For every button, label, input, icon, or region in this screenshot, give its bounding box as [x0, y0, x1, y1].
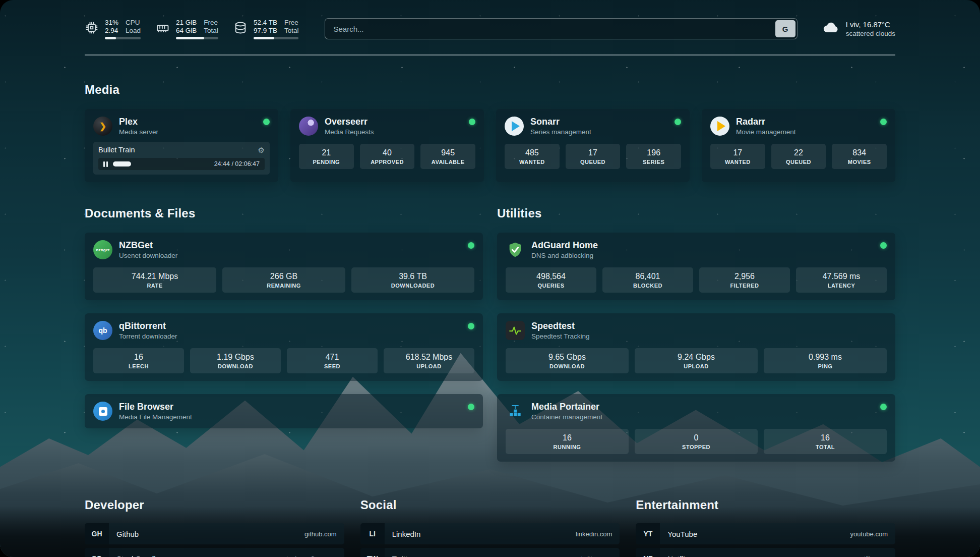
speedtest-card: Speedtest Speedtest Tracking 9.65 Gbps D… — [497, 313, 895, 381]
status-dot — [880, 242, 887, 249]
radarr-link[interactable]: Radarr Movie management — [710, 117, 887, 136]
cloud-icon — [822, 19, 840, 39]
service-name: Radarr — [736, 117, 796, 127]
social-section-title: Social — [360, 498, 620, 512]
search-input[interactable] — [325, 18, 797, 39]
disk-total-value: 97.9 TB — [254, 27, 277, 34]
stat-queries: 498,564 QUERIES — [506, 267, 596, 293]
sonarr-card: Sonarr Series management 485 WANTED 17 Q… — [496, 109, 690, 182]
plex-icon: ❯ — [93, 117, 112, 136]
bookmark-linkedin[interactable]: LI LinkedIn linkedin.com — [360, 523, 620, 544]
bookmark-name: Github — [116, 530, 139, 538]
stat-wanted: 17 WANTED — [710, 144, 765, 169]
qbittorrent-link[interactable]: qb qBittorrent Torrent downloader — [93, 321, 474, 340]
settings-icon[interactable]: ⚙ — [258, 146, 265, 154]
overseerr-link[interactable]: Overseerr Media Requests — [299, 117, 475, 136]
bookmark-abbr: SO — [85, 548, 109, 557]
section-developer: Developer GH Github github.com SO StackO… — [85, 498, 344, 557]
portainer-card: Media Portainer Container management 16 … — [497, 394, 895, 462]
memory-widget: 21 GiB Free 64 GiB Total — [156, 19, 218, 39]
nzbget-link[interactable]: nzbget NZBGet Usenet downloader — [93, 240, 474, 259]
status-dot — [880, 119, 887, 125]
stat-upload: 9.24 Gbps UPLOAD — [635, 348, 758, 373]
nzbget-icon: nzbget — [93, 240, 112, 259]
dashboard-content: 31% CPU 2.94 Load 21 GiB — [0, 0, 980, 557]
sonarr-icon — [505, 117, 524, 136]
weather-location-temp: Lviv, 16.87°C — [846, 20, 895, 29]
stat-pending: 21 PENDING — [299, 144, 354, 169]
adguard-icon — [506, 240, 525, 259]
memory-free-value: 21 GiB — [176, 19, 197, 26]
bookmark-abbr: YT — [636, 523, 660, 544]
section-utilities: Utilities AdGuard Home DNS and adblockin… — [497, 206, 895, 462]
bookmark-domain: netflix.com — [856, 555, 888, 557]
service-subtitle: DNS and adblocking — [531, 252, 598, 259]
cpu-usage-value: 31% — [105, 19, 118, 26]
adguard-card: AdGuard Home DNS and adblocking 498,564 … — [497, 233, 895, 300]
service-name: Overseerr — [325, 117, 374, 127]
service-name: AdGuard Home — [531, 240, 598, 251]
service-subtitle: Media File Management — [119, 413, 192, 421]
service-name: NZBGet — [119, 240, 177, 251]
bookmark-name: Netflix — [667, 554, 689, 557]
cpu-load-value: 2.94 — [105, 27, 118, 34]
bookmark-youtube[interactable]: YT YouTube youtube.com — [636, 523, 895, 544]
cpu-widget: 31% CPU 2.94 Load — [85, 19, 141, 39]
search-provider-button[interactable]: G — [775, 20, 795, 37]
status-dot — [880, 404, 887, 410]
stat-rate: 744.21 Mbps RATE — [93, 267, 216, 293]
disk-free-value: 52.4 TB — [254, 19, 277, 26]
service-subtitle: Media Requests — [325, 128, 374, 136]
stat-approved: 40 APPROVED — [360, 144, 415, 169]
stat-wanted: 485 WANTED — [505, 144, 560, 169]
overseerr-icon — [299, 117, 318, 136]
plex-now-playing: Bullet Train ⚙ 24:44 / 02:06:47 — [93, 142, 270, 175]
service-name: File Browser — [119, 402, 192, 412]
bookmark-abbr: NF — [636, 548, 660, 557]
bookmark-netflix[interactable]: NF Netflix netflix.com — [636, 548, 895, 557]
stat-upload: 618.52 Mbps UPLOAD — [384, 348, 474, 373]
stat-blocked: 86,401 BLOCKED — [602, 267, 693, 293]
service-subtitle: Container management — [531, 413, 602, 421]
stat-movies: 834 MOVIES — [832, 144, 887, 169]
bookmark-abbr: TW — [360, 548, 385, 557]
bookmark-twitter[interactable]: TW Twitter twitter.com — [360, 548, 620, 557]
filebrowser-link[interactable]: File Browser Media File Management — [93, 402, 474, 421]
stat-filtered: 2,956 FILTERED — [699, 267, 790, 293]
stat-download: 9.65 Gbps DOWNLOAD — [506, 348, 629, 373]
plex-link[interactable]: ❯ Plex Media server — [93, 117, 270, 136]
playback-progress-track[interactable] — [113, 161, 209, 166]
service-subtitle: Media server — [119, 128, 158, 136]
adguard-link[interactable]: AdGuard Home DNS and adblocking — [506, 240, 887, 259]
cpu-load-label: Load — [126, 27, 141, 34]
search-bar: G — [325, 18, 797, 39]
portainer-link[interactable]: Media Portainer Container management — [506, 402, 887, 421]
weather-condition: scattered clouds — [846, 30, 895, 37]
service-subtitle: Torrent downloader — [119, 332, 177, 340]
status-dot — [469, 119, 475, 125]
radarr-card: Radarr Movie management 17 WANTED 22 QUE… — [702, 109, 895, 182]
service-subtitle: Series management — [530, 128, 591, 136]
disk-total-label: Total — [284, 27, 299, 34]
memory-icon — [156, 21, 170, 37]
qbittorrent-icon: qb — [93, 321, 112, 340]
bookmark-name: LinkedIn — [392, 530, 421, 538]
section-media: Media ❯ Plex Media server Bullet Tr — [85, 83, 895, 182]
entertainment-section-title: Entertainment — [636, 498, 895, 512]
service-name: Plex — [119, 117, 158, 127]
cpu-usage-bar — [105, 37, 141, 39]
stat-total: 16 TOTAL — [764, 429, 887, 454]
bookmark-github[interactable]: GH Github github.com — [85, 523, 344, 544]
status-dot — [468, 323, 474, 329]
bookmark-stackoverflow[interactable]: SO StackOverflow stackoverflow.com — [85, 548, 344, 557]
documents-section-title: Documents & Files — [85, 206, 483, 220]
service-subtitle: Movie management — [736, 128, 796, 136]
section-documents-files: Documents & Files nzbget NZBGet Usenet d… — [85, 206, 483, 462]
pause-icon[interactable] — [103, 161, 108, 167]
bookmark-abbr: LI — [360, 523, 385, 544]
stat-queued: 22 QUEUED — [771, 144, 826, 169]
sonarr-link[interactable]: Sonarr Series management — [505, 117, 681, 136]
speedtest-link[interactable]: Speedtest Speedtest Tracking — [506, 321, 887, 340]
stat-stopped: 0 STOPPED — [635, 429, 758, 454]
header-divider — [85, 54, 895, 55]
